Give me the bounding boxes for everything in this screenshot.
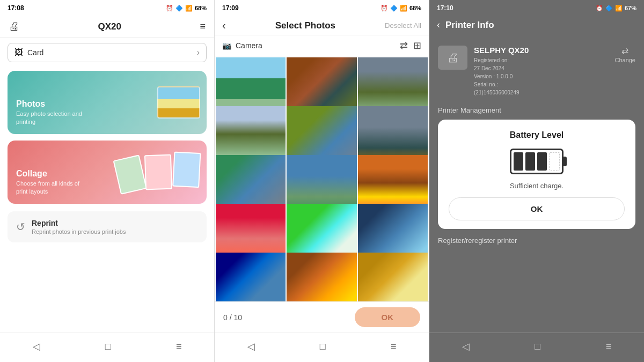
panel-home: 17:08 ⏰ 🔷 📶 68% 🖨 QX20 ≡ 🖼 Card › Photos…	[0, 0, 215, 362]
printer-meta: Registered on: 27 Dec 2024 Version : 1.0…	[474, 56, 608, 97]
printer-model-name: SELPHY QX20	[474, 46, 608, 55]
nav-home-3[interactable]: □	[529, 339, 546, 354]
bluetooth-icon: 🔷	[175, 5, 183, 12]
battery-seg-1	[514, 152, 523, 171]
photos-image	[157, 86, 200, 119]
battery-dialog: Battery Level Sufficient charge. OK	[438, 120, 635, 229]
grid-icon[interactable]: ⊞	[413, 40, 421, 51]
nav-home-1[interactable]: □	[100, 339, 116, 354]
battery-1: 68%	[195, 5, 207, 11]
battery-3: 67%	[625, 5, 636, 11]
panel-select-photos: 17:09 ⏰ 🔷 📶 68% ‹ Select Photos Deselect…	[215, 0, 429, 362]
top-bar-1: 🖨 QX20 ≡	[0, 15, 214, 38]
nav-back-1[interactable]: ◁	[27, 338, 46, 354]
camera-icon: 📷	[222, 41, 231, 50]
selection-count: 0 / 10	[223, 313, 242, 322]
nav-home-2[interactable]: □	[314, 339, 331, 354]
status-bar-2: 17:09 ⏰ 🔷 📶 68%	[215, 0, 429, 15]
status-bar-1: 17:08 ⏰ 🔷 📶 68%	[0, 0, 214, 15]
registered-date: 27 Dec 2024	[474, 65, 504, 71]
alarm-icon-2: ⏰	[380, 5, 388, 12]
nav-apps-1[interactable]: ≡	[171, 339, 187, 354]
printer-management-label: Printer Management	[438, 106, 635, 114]
collage-title: Collage	[16, 169, 86, 179]
serial-label: Serial no.:	[474, 82, 498, 87]
battery-seg-4	[549, 152, 560, 171]
wifi-icon-2: 📶	[400, 5, 407, 12]
collage-card[interactable]: Collage Choose from all kinds of print l…	[8, 141, 207, 204]
battery-status: Sufficient charge.	[449, 182, 625, 190]
deselect-all-button[interactable]: Deselect All	[385, 21, 421, 29]
wifi-icon-3: 📶	[615, 5, 623, 12]
battery-seg-2	[525, 152, 535, 171]
status-icons-1: ⏰ 🔷 📶 68%	[166, 5, 207, 12]
change-label: Change	[614, 57, 635, 63]
battery-2: 68%	[409, 5, 421, 11]
alarm-icon: ⏰	[166, 5, 173, 12]
nav-apps-3[interactable]: ≡	[601, 339, 617, 354]
time-2: 17:09	[222, 4, 239, 12]
back-button-2[interactable]: ‹	[222, 19, 226, 32]
card-icon: 🖼	[14, 48, 23, 57]
battery-dialog-title: Battery Level	[449, 130, 625, 140]
photo-cell-14[interactable]: ⊕	[287, 253, 356, 301]
time-3: 17:10	[437, 4, 453, 12]
nav-apps-2[interactable]: ≡	[385, 339, 402, 354]
back-button-3[interactable]: ‹	[437, 19, 440, 31]
ok-button[interactable]: OK	[355, 307, 421, 327]
register-printer-link[interactable]: Register/reregister printer	[438, 237, 635, 245]
version-label: Version : 1.0.0.0	[474, 73, 513, 79]
photo-cell-13[interactable]: ⊕	[216, 253, 286, 301]
bluetooth-icon-3: 🔷	[605, 5, 613, 12]
battery-visual	[510, 149, 564, 174]
serial-number: (21)145036000249	[474, 90, 519, 95]
registered-on-label: Registered on:	[474, 57, 509, 63]
reprint-row[interactable]: ↺ Reprint Reprint photos in previous pri…	[8, 211, 207, 242]
alarm-icon-3: ⏰	[596, 5, 603, 12]
battery-ok-button[interactable]: OK	[449, 197, 625, 220]
status-icons-3: ⏰ 🔷 📶 67%	[596, 5, 636, 12]
reprint-icon: ↺	[16, 220, 25, 233]
bottom-nav-2: ◁ □ ≡	[215, 333, 429, 362]
nav-back-2[interactable]: ◁	[242, 338, 260, 354]
battery-seg-3	[537, 152, 547, 171]
reprint-desc: Reprint photos in previous print jobs	[32, 228, 126, 235]
status-icons-2: ⏰ 🔷 📶 68%	[380, 5, 421, 12]
photos-title: Photos	[16, 99, 86, 109]
nav-back-3[interactable]: ◁	[457, 338, 475, 354]
panel-printer-info: 17:10 ⏰ 🔷 📶 67% ‹ Printer Info 🖨 SELPHY …	[429, 0, 644, 362]
photos-desc: Easy photo selection and printing	[16, 110, 86, 125]
time-1: 17:08	[8, 4, 24, 12]
bottom-nav-3: ◁ □ ≡	[429, 333, 644, 362]
bluetooth-icon-2: 🔷	[390, 5, 398, 12]
printer-title: QX20	[98, 21, 121, 32]
status-bar-3: 17:10 ⏰ 🔷 📶 67%	[429, 0, 644, 15]
source-label: Camera	[236, 41, 262, 50]
collage-image	[116, 155, 200, 190]
printer-icon[interactable]: 🖨	[9, 20, 19, 33]
transfer-icon[interactable]: ⇄	[400, 40, 408, 51]
printer-info-card: 🖨 SELPHY QX20 Registered on: 27 Dec 2024…	[438, 40, 635, 102]
action-bar: 0 / 10 OK	[215, 301, 429, 333]
collage-desc: Choose from all kinds of print layouts	[16, 180, 86, 195]
select-photos-title: Select Photos	[275, 20, 335, 31]
wifi-icon: 📶	[185, 5, 193, 12]
source-bar: 📷 Camera ⇄ ⊞	[215, 35, 429, 56]
reprint-title: Reprint	[32, 219, 126, 227]
card-label: Card	[27, 48, 43, 57]
card-selector[interactable]: 🖼 Card ›	[8, 43, 207, 62]
change-icon: ⇄	[614, 46, 635, 56]
printer-info-title: Printer Info	[445, 20, 494, 31]
photos-card[interactable]: Photos Easy photo selection and printing	[8, 71, 207, 134]
printer-thumbnail: 🖨	[438, 46, 467, 70]
menu-icon[interactable]: ≡	[200, 21, 206, 32]
chevron-icon: ›	[197, 48, 200, 57]
top-bar-2: ‹ Select Photos Deselect All	[215, 15, 429, 35]
bottom-nav-1: ◁ □ ≡	[0, 333, 214, 362]
photo-grid: ⊕ ⊕ ⊕ ⊕ ⊕ ⊕ ⊕ ⊕	[215, 56, 429, 301]
photo-cell-15[interactable]: ⊕	[358, 253, 428, 301]
source-icons: ⇄ ⊞	[400, 40, 421, 51]
printer-info-content: 🖨 SELPHY QX20 Registered on: 27 Dec 2024…	[429, 34, 644, 333]
change-button[interactable]: ⇄ Change	[614, 46, 635, 63]
battery-icon-wrap	[449, 149, 625, 174]
